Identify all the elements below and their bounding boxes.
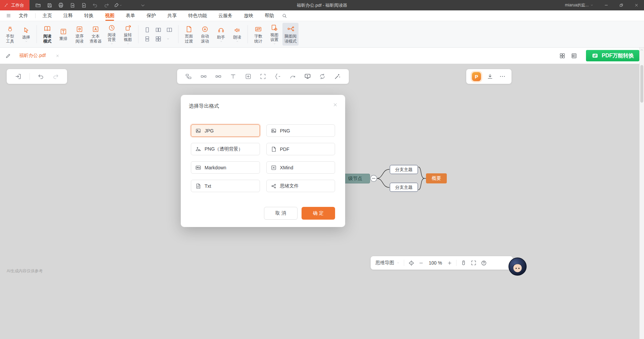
add-parent-node-button[interactable] xyxy=(215,73,222,80)
download-button[interactable] xyxy=(487,73,493,80)
mindmap-undo-button[interactable] xyxy=(38,73,44,80)
relation-line-button[interactable] xyxy=(289,73,296,80)
collapse-ribbon-button[interactable] xyxy=(138,1,147,9)
format-mind-file[interactable]: 思绪文件 xyxy=(266,180,335,192)
ribbon-reverse-read[interactable]: 逆序 阅读 xyxy=(71,23,88,46)
zoom-in-button[interactable] xyxy=(447,261,452,266)
document-tab[interactable]: 福昕办公.pdf xyxy=(16,48,63,64)
format-pdf[interactable]: PDF xyxy=(266,143,335,155)
undo-button[interactable] xyxy=(91,1,100,9)
menu-item-file[interactable]: 文件 xyxy=(13,10,34,21)
continuous-view-button[interactable] xyxy=(144,36,150,42)
thumbnail-view-button[interactable] xyxy=(559,53,566,59)
help-button[interactable] xyxy=(481,260,487,266)
print-button[interactable] xyxy=(56,1,65,9)
ai-beautify-button[interactable] xyxy=(334,73,341,80)
format-png-transparent[interactable]: PNG（透明背景） xyxy=(191,143,260,155)
grid-view-button[interactable] xyxy=(155,36,161,42)
format-txt[interactable]: Txt xyxy=(191,180,260,192)
menu-item-features[interactable]: 特色功能 xyxy=(182,10,213,21)
ribbon-assistant[interactable]: 助手 xyxy=(213,23,229,46)
account-menu[interactable]: miarua的监... xyxy=(565,2,593,8)
ribbon-select-tool[interactable]: 选择 xyxy=(18,23,34,46)
redo-button[interactable] xyxy=(102,1,111,9)
relayout-button[interactable] xyxy=(319,73,326,80)
locate-button[interactable] xyxy=(408,260,415,266)
mindmap-redo-button[interactable] xyxy=(52,73,59,80)
fullscreen-button[interactable] xyxy=(471,260,477,266)
ribbon-read-background[interactable]: 阅读 背景 xyxy=(104,23,120,46)
single-page-button[interactable] xyxy=(144,27,150,33)
hamburger-button[interactable] xyxy=(6,13,11,18)
confirm-button[interactable]: 确 定 xyxy=(302,207,335,220)
page-list-button[interactable] xyxy=(571,53,577,59)
menu-item-present[interactable]: 放映 xyxy=(238,10,259,21)
ribbon-read-mode[interactable]: 阅读 模式 xyxy=(39,23,55,46)
app-logo[interactable]: P xyxy=(472,72,481,81)
user-avatar[interactable] xyxy=(508,258,527,276)
ribbon-mindmap-read-mode[interactable]: 脑图阅 读模式 xyxy=(282,23,299,46)
tab-close-button[interactable] xyxy=(56,54,59,58)
restore-button[interactable] xyxy=(614,0,629,10)
menu-item-view[interactable]: 视图 xyxy=(99,10,120,21)
more-button[interactable] xyxy=(499,73,506,80)
close-button[interactable] xyxy=(629,0,644,10)
format-xmind[interactable]: XMind xyxy=(266,161,335,174)
mindmap-mode-select[interactable]: 思维导图 xyxy=(375,260,400,266)
frame-button[interactable] xyxy=(260,73,266,80)
book-view-button[interactable] xyxy=(166,27,172,33)
ribbon-word-count[interactable]: 字数 统计 xyxy=(250,23,266,46)
exit-mindmap-button[interactable] xyxy=(15,73,21,80)
ribbon-reflow[interactable]: 重排 xyxy=(55,23,71,46)
format-jpg[interactable]: JPG xyxy=(191,124,260,137)
mouse-mode-button[interactable] xyxy=(461,260,467,266)
format-markdown[interactable]: Markdown xyxy=(191,161,260,174)
add-sibling-node-button[interactable] xyxy=(185,73,192,80)
mindmap-branch-node[interactable]: 分支主题 xyxy=(390,183,418,192)
text-style-button[interactable] xyxy=(230,73,236,80)
exit-mindmap-icon xyxy=(15,73,21,80)
ribbon-rotate-view[interactable]: 旋转 视图 xyxy=(120,23,136,46)
ribbon-read-aloud[interactable]: 朗读 xyxy=(229,23,245,46)
menu-item-form[interactable]: 表单 xyxy=(120,10,141,21)
ribbon-auto-scroll[interactable]: 自动 滚动 xyxy=(197,23,213,46)
open-file-button[interactable] xyxy=(34,1,43,9)
menu-item-comment[interactable]: 注释 xyxy=(58,10,78,21)
save-button[interactable] xyxy=(45,1,54,9)
workbench-button[interactable]: 工作台 xyxy=(0,0,30,10)
zoom-out-button[interactable] xyxy=(419,261,424,266)
chevron-down-icon xyxy=(236,40,239,43)
pdf-convert-button[interactable]: PDF万能转换 xyxy=(586,50,639,61)
menu-item-convert[interactable]: 转换 xyxy=(78,10,99,21)
mindmap-branch-node[interactable]: 分支主题 xyxy=(390,165,418,174)
ribbon-text-viewer[interactable]: 文本 查看器 xyxy=(88,23,104,46)
minimize-button[interactable] xyxy=(599,0,614,10)
pen-tool-button[interactable] xyxy=(113,1,122,9)
insert-topic-button[interactable] xyxy=(245,73,252,80)
mindmap-summary-node[interactable]: 概要 xyxy=(426,173,447,183)
ribbon-page-transition[interactable]: 页面 过渡 xyxy=(181,23,197,46)
vertical-scrollbar[interactable] xyxy=(639,48,644,339)
annotate-button[interactable] xyxy=(5,53,11,59)
facing-pages-button[interactable] xyxy=(155,27,161,33)
dialog-close-button[interactable] xyxy=(331,101,339,109)
search-button[interactable] xyxy=(282,13,287,18)
ribbon-view-settings[interactable]: 视图 设置 xyxy=(266,23,282,46)
scrollbar-thumb[interactable] xyxy=(640,65,643,103)
add-child-node-button[interactable] xyxy=(200,73,207,80)
menu-item-share[interactable]: 共享 xyxy=(162,10,182,21)
cancel-button[interactable]: 取 消 xyxy=(264,207,298,220)
format-png[interactable]: PNG xyxy=(266,124,335,137)
scroll-up-arrow[interactable] xyxy=(640,48,644,52)
page-mode-dropdown[interactable] xyxy=(166,38,170,40)
create-pdf-button[interactable] xyxy=(79,1,88,9)
presentation-button[interactable] xyxy=(304,73,311,80)
menu-item-home[interactable]: 主页 xyxy=(37,10,58,21)
menu-item-protect[interactable]: 保护 xyxy=(141,10,162,21)
ribbon-hand-tool[interactable]: 手型 工具 xyxy=(2,23,18,46)
menu-item-cloud[interactable]: 云服务 xyxy=(213,10,238,21)
menu-item-help[interactable]: 帮助 xyxy=(259,10,280,21)
export-pdf-button[interactable] xyxy=(68,1,77,9)
summary-button[interactable] xyxy=(274,73,281,80)
xmind-icon xyxy=(271,165,277,171)
